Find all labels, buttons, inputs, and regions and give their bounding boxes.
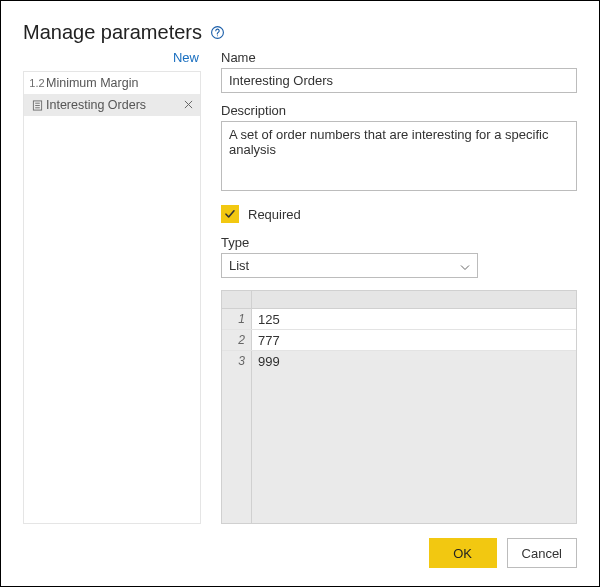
type-select[interactable]: List (221, 253, 478, 278)
row-value: 999 (252, 351, 576, 372)
name-input[interactable] (221, 68, 577, 93)
required-row: Required (221, 205, 577, 223)
parameter-form: Name Description A set of order numbers … (221, 44, 577, 524)
grid-rows: 1 125 2 777 3 999 (222, 309, 576, 523)
row-value: 125 (252, 309, 576, 329)
dialog-footer: OK Cancel (23, 524, 577, 586)
grid-header-rownum (222, 291, 252, 308)
new-parameter-link[interactable]: New (23, 44, 201, 71)
description-input[interactable]: A set of order numbers that are interest… (221, 121, 577, 191)
type-select-value: List (221, 253, 478, 278)
table-row[interactable]: 2 777 (222, 330, 576, 351)
type-label: Type (221, 235, 577, 250)
parameter-item-label: Interesting Orders (46, 98, 180, 112)
parameter-item-label: Minimum Margin (46, 76, 196, 90)
required-checkbox[interactable] (221, 205, 239, 223)
row-value: 777 (252, 330, 576, 350)
row-number: 2 (222, 330, 252, 350)
table-row[interactable]: 1 125 (222, 309, 576, 330)
grid-header-value (252, 291, 576, 308)
cancel-button[interactable]: Cancel (507, 538, 577, 568)
row-number: 1 (222, 309, 252, 329)
decimal-icon: 1.2 (28, 77, 46, 89)
dialog-title: Manage parameters (23, 21, 202, 44)
remove-parameter-icon[interactable] (180, 98, 196, 112)
required-label: Required (248, 207, 301, 222)
list-icon (28, 100, 46, 111)
svg-point-1 (217, 35, 218, 36)
parameter-item-minimum-margin[interactable]: 1.2 Minimum Margin (24, 72, 200, 94)
dialog-body: New 1.2 Minimum Margin Int (23, 44, 577, 524)
parameter-item-interesting-orders[interactable]: Interesting Orders (24, 94, 200, 116)
name-label: Name (221, 50, 577, 65)
ok-button[interactable]: OK (429, 538, 497, 568)
help-icon[interactable] (210, 25, 225, 40)
grid-header (222, 291, 576, 309)
grid-empty-area (222, 372, 576, 523)
dialog-header: Manage parameters (23, 21, 577, 44)
list-values-grid: 1 125 2 777 3 999 (221, 290, 577, 524)
table-row[interactable]: 3 999 (222, 351, 576, 372)
param-list-panel: New 1.2 Minimum Margin Int (23, 44, 201, 524)
row-number: 3 (222, 351, 252, 372)
parameter-list: 1.2 Minimum Margin Interesting Orders (23, 71, 201, 524)
manage-parameters-dialog: Manage parameters New 1.2 Minimum Margin (1, 1, 599, 586)
description-label: Description (221, 103, 577, 118)
